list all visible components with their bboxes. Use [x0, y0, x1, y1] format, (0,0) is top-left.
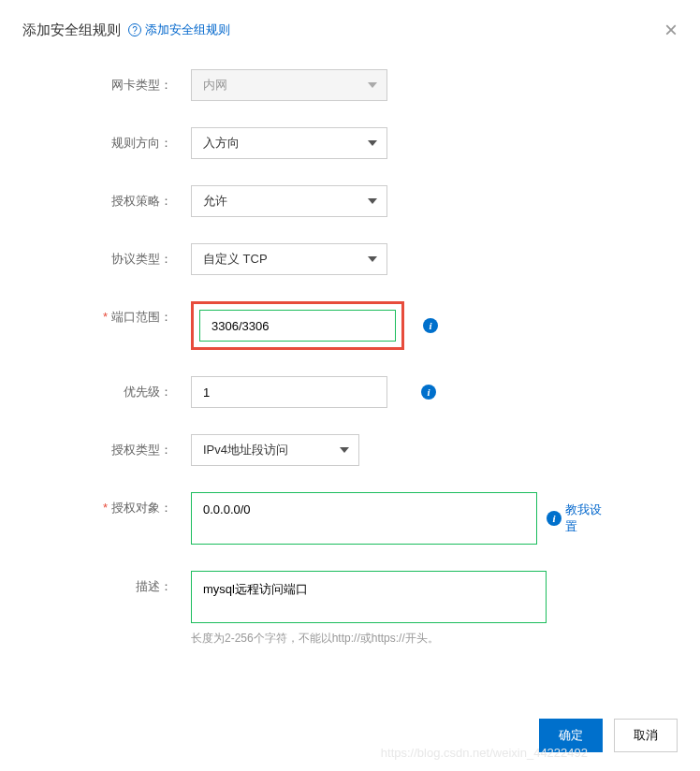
cancel-button[interactable]: 取消	[614, 719, 678, 752]
port-range-highlight	[191, 301, 404, 350]
row-description: 描述： 长度为2-256个字符，不能以http://或https://开头。	[79, 571, 621, 647]
label-auth-object: *授权对象：	[79, 492, 191, 516]
confirm-button[interactable]: 确定	[539, 719, 603, 752]
row-auth-object: *授权对象： i 教我设置	[79, 492, 621, 545]
select-direction-value: 入方向	[203, 135, 240, 152]
help-icon: ?	[128, 23, 141, 36]
label-policy: 授权策略：	[79, 185, 191, 210]
dialog-title: 添加安全组规则	[22, 22, 121, 39]
form: 网卡类型： 内网 规则方向： 入方向 授权策略： 允许	[22, 69, 678, 647]
label-nic-type: 网卡类型：	[79, 69, 191, 94]
chevron-down-icon	[368, 198, 377, 204]
label-protocol: 协议类型：	[79, 243, 191, 268]
input-priority[interactable]	[191, 376, 387, 408]
label-auth-type: 授权类型：	[79, 434, 191, 458]
select-auth-type-value: IPv4地址段访问	[203, 442, 288, 458]
row-port-range: *端口范围： i	[79, 301, 621, 350]
label-port-range: *端口范围：	[79, 301, 191, 326]
label-description: 描述：	[79, 571, 191, 595]
row-protocol: 协议类型： 自定义 TCP	[79, 243, 621, 275]
required-marker: *	[103, 310, 108, 324]
chevron-down-icon	[368, 140, 377, 146]
chevron-down-icon	[368, 256, 377, 262]
dialog-subtitle-link[interactable]: ? 添加安全组规则	[128, 22, 230, 38]
select-policy-value: 允许	[203, 193, 227, 210]
dialog-subtitle: 添加安全组规则	[145, 22, 230, 38]
label-priority: 优先级：	[79, 376, 191, 400]
close-icon[interactable]: ×	[664, 19, 678, 41]
chevron-down-icon	[368, 82, 377, 88]
select-direction[interactable]: 入方向	[191, 127, 387, 159]
info-icon: i	[547, 511, 561, 526]
info-icon[interactable]: i	[421, 385, 436, 400]
dialog-title-wrap: 添加安全组规则 ? 添加安全组规则	[22, 22, 230, 39]
row-priority: 优先级： i	[79, 376, 621, 408]
chevron-down-icon	[340, 447, 349, 453]
row-policy: 授权策略： 允许	[79, 185, 621, 217]
select-protocol-value: 自定义 TCP	[203, 251, 268, 268]
label-direction: 规则方向：	[79, 127, 191, 152]
required-marker: *	[103, 501, 108, 515]
input-port-range[interactable]	[199, 310, 396, 342]
select-protocol[interactable]: 自定义 TCP	[191, 243, 387, 275]
select-auth-type[interactable]: IPv4地址段访问	[191, 434, 359, 466]
select-nic-type: 内网	[191, 69, 387, 101]
select-nic-type-value: 内网	[203, 77, 227, 94]
info-icon[interactable]: i	[423, 318, 438, 333]
row-direction: 规则方向： 入方向	[79, 127, 621, 159]
dialog-container: 添加安全组规则 ? 添加安全组规则 × 网卡类型： 内网 规则方向： 入方向	[0, 0, 700, 691]
row-auth-type: 授权类型： IPv4地址段访问	[79, 434, 621, 466]
select-policy[interactable]: 允许	[191, 185, 387, 217]
textarea-auth-object[interactable]	[191, 492, 537, 545]
row-nic-type: 网卡类型： 内网	[79, 69, 621, 101]
help-link-auth-object[interactable]: i 教我设置	[547, 502, 612, 535]
hint-description: 长度为2-256个字符，不能以http://或https://开头。	[191, 631, 547, 647]
dialog-footer: 确定 取消	[539, 719, 678, 752]
textarea-description[interactable]	[191, 571, 547, 623]
dialog-header: 添加安全组规则 ? 添加安全组规则 ×	[22, 19, 678, 41]
